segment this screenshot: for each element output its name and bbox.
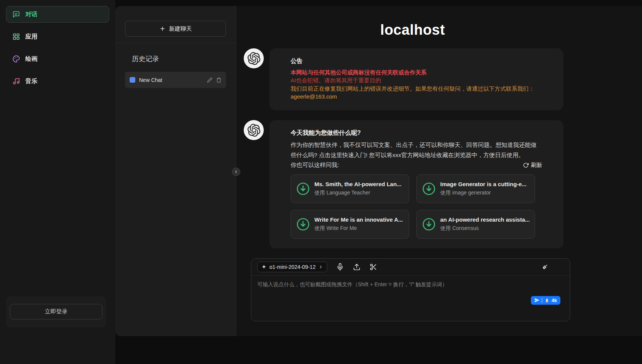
- suggestion-text: Ms. Smith, the AI-powered Lan... 使用 Lang…: [314, 181, 401, 196]
- assistant-message-welcome: 今天我能为您做些什么呢? 作为你的智慧伙伴，我不仅可以写文案、出点子，还可以和你…: [244, 120, 582, 248]
- sparkles-icon: [261, 264, 266, 269]
- openai-logo-icon: [244, 48, 264, 68]
- welcome-bubble: 今天我能为您做些什么呢? 作为你的智慧伙伴，我不仅可以写文案、出点子，还可以和你…: [269, 120, 563, 248]
- page-title: localhost: [244, 22, 582, 38]
- sidebar: 对话 应用 绘画 音乐 立即登录: [0, 0, 115, 364]
- openai-logo-icon: [244, 120, 264, 140]
- suggestion-subtitle: 使用 image generator: [440, 190, 526, 196]
- chat-avatar-icon: [130, 77, 135, 83]
- refresh-icon: [523, 162, 529, 168]
- announcement-line: AI也会犯错。请勿将其用于重要目的: [291, 76, 545, 84]
- main-panel: 新建聊天 历史记录 New Chat: [115, 6, 642, 336]
- suggestion-title: an AI-powered research assista...: [440, 216, 529, 223]
- suggestion-subtitle: 使用 Consensus: [440, 225, 529, 232]
- message-list: 公告 本网站与任何其他公司或商标没有任何关联或合作关系 AI也会犯错。请勿将其用…: [244, 48, 582, 248]
- arrow-down-circle-icon: [422, 182, 436, 196]
- sidebar-item-chat[interactable]: 对话: [6, 6, 109, 23]
- broom-icon[interactable]: [541, 263, 549, 271]
- suggestion-subtitle: 使用 Language Teacher: [314, 190, 401, 196]
- suggestion-title: Write For Me is an innovative A...: [314, 216, 403, 223]
- arrow-down-circle-icon: [422, 217, 436, 231]
- history-title: 历史记录: [132, 54, 236, 63]
- music-note-icon: [12, 77, 20, 85]
- new-chat-label: 新建聊天: [169, 25, 192, 32]
- suggestion-hint: 你也可以这样问我:: [291, 161, 339, 169]
- suggestion-card[interactable]: an AI-powered research assista... 使用 Con…: [416, 210, 535, 239]
- assistant-message-announcement: 公告 本网站与任何其他公司或商标没有任何关联或合作关系 AI也会犯错。请勿将其用…: [244, 48, 582, 110]
- chat-history-actions: [207, 77, 221, 83]
- edit-pencil-icon[interactable]: [207, 77, 212, 83]
- refresh-label: 刷新: [531, 162, 542, 169]
- suggestion-title: Ms. Smith, the AI-powered Lan...: [314, 181, 401, 187]
- plus-icon: [159, 26, 166, 32]
- sidebar-item-label: 音乐: [25, 77, 37, 85]
- arrow-down-circle-icon: [296, 217, 310, 231]
- chat-history-item[interactable]: New Chat: [125, 72, 226, 88]
- composer-toolbar: o1-mini-2024-09-12: [251, 259, 570, 276]
- token-label: 4k: [552, 298, 557, 303]
- welcome-body: 作为你的智慧伙伴，我不仅可以写文案、出点子，还可以和你聊天、回答问题。想知道我还…: [291, 140, 542, 160]
- model-label: o1-mini-2024-09-12: [269, 264, 316, 270]
- suggestion-card[interactable]: Write For Me is an innovative A... 使用 Wr…: [291, 210, 409, 239]
- composer: o1-mini-2024-09-12: [251, 258, 570, 321]
- sidebar-item-label: 对话: [25, 11, 37, 19]
- upload-icon[interactable]: [353, 263, 360, 271]
- chevron-right-icon: [319, 265, 323, 269]
- announcement-line: 本网站与任何其他公司或商标没有任何关联或合作关系: [291, 68, 545, 76]
- sidebar-item-music[interactable]: 音乐: [6, 73, 109, 89]
- new-chat-section: 新建聊天: [115, 6, 236, 43]
- login-panel: 立即登录: [6, 296, 106, 327]
- chat-main: localhost 公告 本网站与任何其他公司或商标没有任何关联或合作关系 AI…: [236, 6, 642, 336]
- message-input[interactable]: [251, 276, 478, 303]
- app-root: 对话 应用 绘画 音乐 立即登录: [0, 0, 642, 364]
- chat-list-panel: 新建聊天 历史记录 New Chat: [115, 6, 236, 336]
- battery-icon: [545, 298, 549, 303]
- suggestion-card[interactable]: Ms. Smith, the AI-powered Lan... 使用 Lang…: [291, 174, 409, 203]
- microphone-icon[interactable]: [336, 263, 344, 271]
- scissors-icon[interactable]: [370, 263, 377, 271]
- trash-icon[interactable]: [216, 77, 221, 83]
- welcome-heading: 今天我能为您做些什么呢?: [291, 129, 545, 137]
- announcement-bubble: 公告 本网站与任何其他公司或商标没有任何关联或合作关系 AI也会犯错。请勿将其用…: [269, 48, 563, 110]
- suggestion-text: Image Generator is a cutting-e... 使用 ima…: [440, 181, 526, 196]
- suggestion-grid: Ms. Smith, the AI-powered Lan... 使用 Lang…: [291, 174, 545, 239]
- refresh-button[interactable]: 刷新: [523, 162, 542, 169]
- suggestion-text: Write For Me is an innovative A... 使用 Wr…: [314, 216, 403, 232]
- apps-grid-icon: [12, 33, 20, 40]
- suggestion-subtitle: 使用 Write For Me: [314, 225, 403, 232]
- new-chat-button[interactable]: 新建聊天: [125, 21, 226, 37]
- chevron-left-icon: [234, 170, 238, 174]
- suggestion-hint-row: 你也可以这样问我: 刷新: [291, 161, 542, 169]
- token-usage-badge[interactable]: 4k: [531, 296, 560, 305]
- chat-history-item-title: New Chat: [139, 77, 203, 83]
- login-button[interactable]: 立即登录: [10, 304, 102, 319]
- contact-email-link[interactable]: ageerle@163.com: [291, 93, 545, 100]
- sidebar-item-drawing[interactable]: 绘画: [6, 51, 109, 67]
- sidebar-item-label: 绘画: [25, 55, 37, 63]
- sidebar-item-label: 应用: [25, 33, 37, 41]
- sidebar-item-apps[interactable]: 应用: [6, 28, 109, 45]
- arrow-down-circle-icon: [296, 182, 310, 196]
- collapse-sidebar-button[interactable]: [232, 168, 240, 176]
- suggestion-text: an AI-powered research assista... 使用 Con…: [440, 216, 529, 232]
- announcement-heading: 公告: [291, 57, 545, 65]
- send-icon: [534, 298, 540, 303]
- sidebar-nav: 对话 应用 绘画 音乐: [0, 0, 115, 89]
- chat-bubble-icon: [12, 11, 20, 18]
- palette-icon: [12, 55, 20, 63]
- suggestion-card[interactable]: Image Generator is a cutting-e... 使用 ima…: [416, 174, 535, 203]
- model-selector[interactable]: o1-mini-2024-09-12: [257, 262, 327, 272]
- badge-divider: [542, 298, 542, 303]
- announcement-line: 我们目前正在修复我们网站上的错误并改进细节。如果您有任何疑问，请通过以下方式联系…: [291, 85, 545, 93]
- suggestion-title: Image Generator is a cutting-e...: [440, 181, 526, 187]
